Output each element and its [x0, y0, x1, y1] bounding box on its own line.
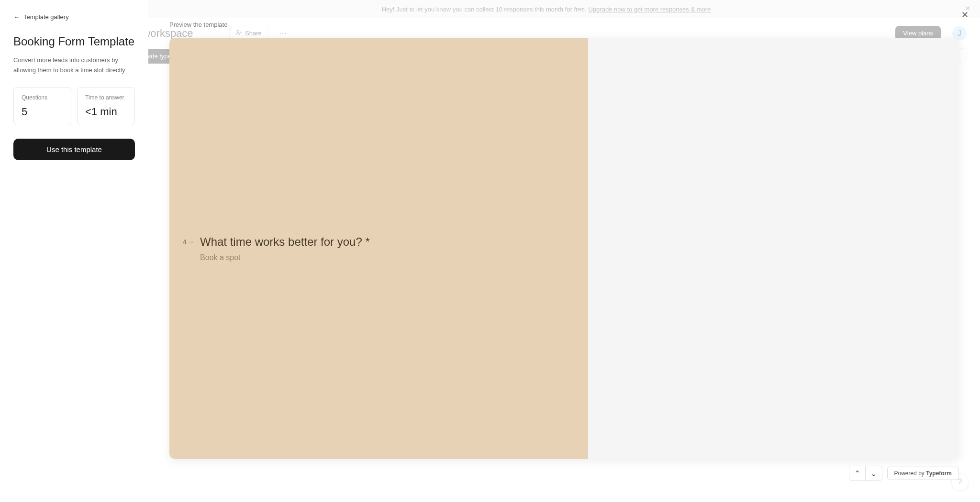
powered-prefix: Powered by: [894, 470, 926, 477]
next-button[interactable]: ⌄: [866, 466, 882, 480]
modal-preview: ✕ Preview the template 4→ What time work…: [148, 0, 980, 502]
modal-sidebar: ← Template gallery Booking Form Template…: [0, 0, 148, 502]
arrow-left-icon: ←: [13, 13, 20, 21]
back-label: Template gallery: [23, 13, 69, 21]
preview-label: Preview the template: [169, 21, 959, 28]
back-link[interactable]: ← Template gallery: [13, 13, 135, 21]
chevron-up-icon: ⌃: [854, 469, 860, 478]
preview-frame: 4→ What time works better for you? * Boo…: [169, 38, 959, 459]
time-value: <1 min: [85, 106, 127, 118]
preview-question-pane: 4→ What time works better for you? * Boo…: [169, 38, 588, 459]
questions-label: Questions: [22, 94, 63, 101]
stats-row: Questions 5 Time to answer <1 min: [13, 87, 135, 125]
time-stat: Time to answer <1 min: [77, 87, 135, 125]
question-subtitle: Book a spot: [200, 253, 564, 262]
template-description: Convert more leads into customers by all…: [13, 55, 135, 76]
preview-footer: ⌃ ⌄ Powered by Typeform: [169, 466, 959, 481]
preview-image-pane: [588, 38, 959, 459]
template-title: Booking Form Template: [13, 34, 135, 49]
time-label: Time to answer: [85, 94, 127, 101]
template-preview-modal: ← Template gallery Booking Form Template…: [0, 0, 980, 502]
prev-button[interactable]: ⌃: [849, 466, 866, 480]
question-index: 4→: [183, 238, 194, 246]
questions-value: 5: [22, 106, 63, 118]
use-template-button[interactable]: Use this template: [13, 139, 135, 160]
close-icon[interactable]: ✕: [961, 10, 969, 20]
questions-stat: Questions 5: [13, 87, 71, 125]
question-text: What time works better for you? *: [200, 235, 564, 249]
powered-brand: Typeform: [926, 470, 952, 477]
powered-by-badge[interactable]: Powered by Typeform: [887, 467, 959, 480]
chevron-down-icon: ⌄: [870, 469, 877, 478]
nav-buttons: ⌃ ⌄: [849, 466, 882, 481]
